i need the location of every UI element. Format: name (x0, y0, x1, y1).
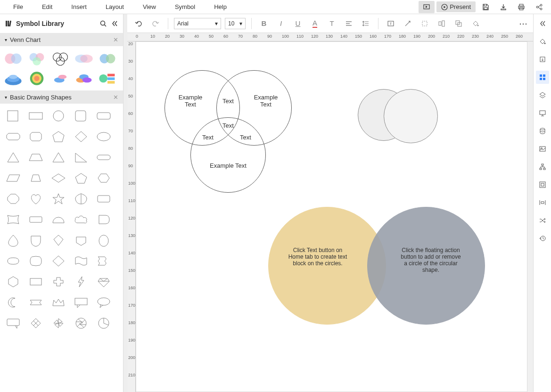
presentation-tool-icon[interactable] (536, 106, 549, 120)
shape-speech-round[interactable] (93, 293, 114, 312)
vennbig-label-left[interactable]: Click Text button on Home tab to create … (287, 247, 348, 267)
shape-triangle2[interactable] (48, 148, 69, 167)
save-icon[interactable] (477, 1, 493, 13)
shape-plus[interactable] (48, 272, 69, 291)
distribute-tool-icon[interactable] (536, 196, 549, 209)
undo-button[interactable] (132, 17, 145, 30)
shape-rect-2[interactable] (25, 210, 46, 229)
align-objects-button[interactable] (435, 17, 448, 30)
close-icon[interactable]: ✕ (113, 36, 118, 43)
venn-shape-2[interactable] (26, 50, 47, 67)
shape-speech-rect[interactable] (71, 293, 91, 312)
share-icon[interactable] (531, 1, 547, 13)
shape-rect-notch[interactable] (25, 272, 46, 291)
venn2small-circle-2[interactable] (384, 89, 438, 143)
search-icon[interactable] (99, 20, 107, 27)
vertical-scrollbar[interactable] (527, 41, 533, 392)
shape-octagon-rect[interactable] (25, 127, 46, 146)
shape-wave[interactable] (93, 252, 114, 270)
present-button[interactable]: Present (436, 1, 476, 12)
shape-badge[interactable] (71, 231, 91, 250)
venn-shape-9[interactable] (74, 70, 94, 87)
database-tool-icon[interactable] (536, 124, 549, 138)
shape-trapezoid[interactable] (25, 148, 46, 167)
shape-right-triangle[interactable] (71, 148, 91, 167)
shape-pie[interactable] (93, 314, 114, 333)
collapse-panel-icon[interactable] (111, 20, 118, 27)
shape-circle[interactable] (48, 106, 69, 125)
font-size-selector[interactable]: 10▾ (225, 18, 246, 29)
menu-insert[interactable]: Insert (62, 0, 96, 13)
venn-shape-8[interactable] (50, 70, 71, 87)
shape-shield-left[interactable] (93, 210, 114, 229)
shape-pentagon[interactable] (48, 127, 69, 146)
font-color-button[interactable]: A (308, 17, 321, 30)
frame-tool-icon[interactable] (536, 178, 549, 191)
venn3-label-2[interactable]: Example Text (249, 94, 282, 108)
bold-button[interactable]: B (257, 17, 271, 30)
venn3-overlap-23[interactable]: Text (238, 134, 254, 141)
grid-tool-icon[interactable] (536, 71, 549, 84)
shape-outline-button[interactable] (418, 17, 431, 30)
shape-plaque[interactable] (25, 252, 46, 270)
line-spacing-button[interactable] (359, 17, 372, 30)
shape-square[interactable] (3, 106, 24, 125)
menu-layout[interactable]: Layout (96, 0, 133, 13)
shape-flag[interactable] (71, 252, 91, 270)
menu-symbol[interactable]: Symbol (165, 0, 205, 13)
shape-aperture[interactable] (71, 314, 91, 333)
shape-concave[interactable] (3, 210, 24, 229)
group-button[interactable] (452, 17, 465, 30)
shape-hexagon[interactable] (93, 169, 114, 188)
venn-shape-5[interactable] (97, 50, 118, 67)
menu-help[interactable]: Help (205, 0, 236, 13)
venn-shape-4[interactable] (74, 50, 94, 67)
menu-edit[interactable]: Edit (33, 0, 62, 13)
more-button[interactable]: ⋯ (519, 18, 528, 29)
shape-trapezoid2[interactable] (25, 169, 46, 188)
venn3-overlap-12[interactable]: Text (220, 98, 236, 105)
shape-pinwheel[interactable] (48, 314, 69, 333)
shape-star[interactable] (48, 189, 69, 208)
shape-rounded-square[interactable] (71, 106, 91, 125)
shape-kite[interactable] (48, 231, 69, 250)
download-icon[interactable] (495, 1, 511, 13)
fill-button[interactable] (469, 17, 482, 30)
layers-tool-icon[interactable] (536, 89, 549, 102)
font-selector[interactable]: Arial▾ (174, 18, 221, 29)
text-effect-button[interactable]: T (325, 17, 338, 30)
venn3-overlap-13[interactable]: Text (200, 134, 216, 141)
italic-button[interactable]: I (274, 17, 288, 30)
shape-ellipse[interactable] (93, 127, 114, 146)
shape-pentagon2[interactable] (71, 169, 91, 188)
redo-button[interactable] (149, 17, 162, 30)
venn3-label-3[interactable]: Example Text (202, 162, 254, 169)
panel-resize-handle[interactable] (123, 14, 127, 392)
text-box-button[interactable]: T (384, 17, 397, 30)
shape-rect[interactable] (25, 106, 46, 125)
shape-rounded-rect[interactable] (93, 106, 114, 125)
shape-lightning[interactable] (71, 272, 91, 291)
align-button[interactable] (342, 17, 355, 30)
collapse-rail-icon[interactable] (536, 17, 549, 30)
shape-cloud[interactable] (71, 210, 91, 229)
shape-chamfer-rect[interactable] (3, 127, 24, 146)
shape-diamond[interactable] (71, 127, 91, 146)
shape-egg[interactable] (93, 231, 114, 250)
venn3-center[interactable]: Text (220, 122, 236, 129)
venn3-label-1[interactable]: Example Text (174, 94, 207, 108)
drawing-canvas[interactable]: Example Text Example Text Example Text T… (136, 41, 527, 392)
shape-rhombus[interactable] (48, 169, 69, 188)
venn-shape-3[interactable] (50, 50, 71, 67)
shape-drop[interactable] (71, 189, 91, 208)
venn-shape-7[interactable] (26, 70, 47, 87)
shape-half-circle[interactable] (48, 210, 69, 229)
vennbig-label-right[interactable]: Click the floating action button to add … (400, 247, 461, 273)
shape-teardrop[interactable] (3, 231, 24, 250)
close-icon[interactable]: ✕ (113, 94, 118, 101)
shape-lemon[interactable] (3, 252, 24, 270)
shape-heart[interactable] (25, 189, 46, 208)
shape-parallelogram[interactable] (3, 169, 24, 188)
venn-shape-6[interactable] (3, 70, 24, 87)
shape-octagon[interactable] (3, 189, 24, 208)
